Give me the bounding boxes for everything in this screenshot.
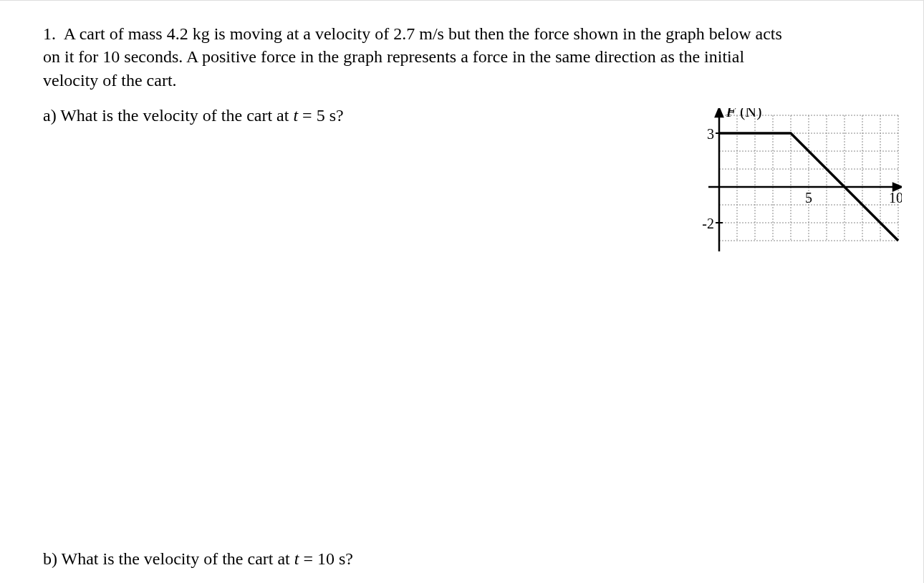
problem-number: 1.: [43, 24, 56, 43]
part-a-prefix: a) What is the velocity of the cart at: [43, 106, 293, 125]
page-container: 1. A cart of mass 4.2 kg is moving at a …: [0, 0, 924, 583]
x-tick-5: 5: [805, 190, 812, 206]
svg-marker-18: [716, 108, 723, 117]
force-time-graph: F F (N) t (s) 3 -2 5 10: [687, 108, 902, 273]
y-tick-3: 3: [707, 126, 714, 142]
part-b-suffix: = 10 s?: [299, 549, 353, 568]
x-tick-10: 10: [889, 190, 902, 206]
y-tick-neg2: -2: [702, 216, 714, 231]
part-a-suffix: = 5 s?: [298, 106, 344, 125]
chart-svg: F F (N) t (s) 3 -2 5 10: [687, 108, 902, 273]
problem-body: A cart of mass 4.2 kg is moving at a vel…: [43, 24, 782, 90]
problem-statement: 1. A cart of mass 4.2 kg is moving at a …: [43, 22, 795, 92]
y-axis-label-text: F (N): [726, 108, 762, 120]
part-b-prefix: b) What is the velocity of the cart at: [43, 549, 294, 568]
part-a: a) What is the velocity of the cart at t…: [43, 106, 544, 125]
part-b: b) What is the velocity of the cart at t…: [43, 549, 353, 569]
